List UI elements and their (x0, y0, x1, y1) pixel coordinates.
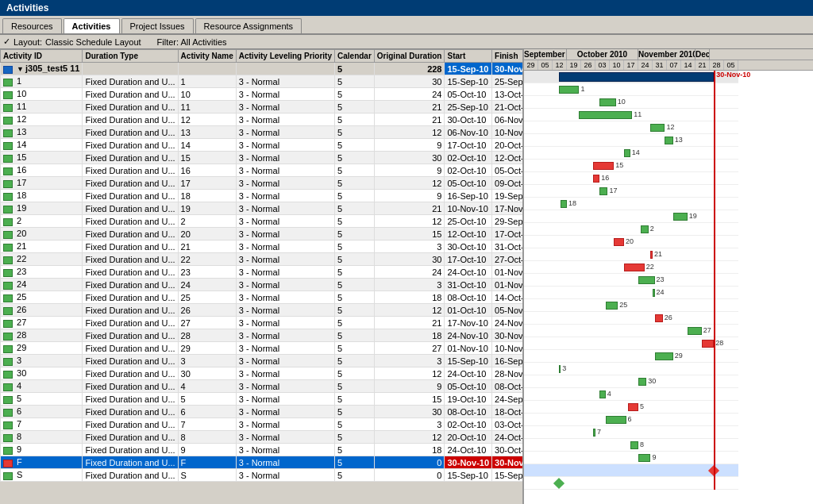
cell-finish: 05-Oct-10 (492, 164, 524, 177)
cell-duration-type: Fixed Duration and U... (83, 317, 178, 329)
cell-activity-name: 19 (178, 202, 236, 215)
tab-activities[interactable]: Activities (64, 18, 120, 33)
cell-calendar: 5 (335, 126, 375, 139)
table-row[interactable]: 3 Fixed Duration and U... 3 3 - Normal 5… (1, 355, 525, 367)
gantt-bar (606, 302, 618, 310)
cell-id: 21 (1, 240, 83, 253)
table-row[interactable]: 13 Fixed Duration and U... 13 3 - Normal… (1, 126, 525, 139)
table-row[interactable]: 11 Fixed Duration and U... 11 3 - Normal… (1, 101, 525, 113)
table-row[interactable]: 12 Fixed Duration and U... 12 3 - Normal… (1, 113, 525, 126)
cell-original-duration: 24 (374, 266, 445, 279)
col-duration-type[interactable]: Duration Type (83, 50, 178, 63)
gantt-bar (650, 124, 665, 132)
col-activity-name[interactable]: Activity Name (178, 50, 236, 63)
cell-start: 01-Oct-10 (445, 304, 492, 317)
cell-start: 08-Oct-10 (445, 406, 492, 418)
cell-activity-name: 6 (178, 406, 236, 418)
cell-finish: 08-Oct-10 (492, 380, 524, 393)
cell-finish: 21-Oct-10 (492, 101, 524, 113)
cell-id: 30 (1, 367, 83, 380)
table-row[interactable]: 28 Fixed Duration and U... 28 3 - Normal… (1, 329, 525, 342)
cell-duration-type: Fixed Duration and U... (83, 88, 178, 101)
col-activity-id[interactable]: Activity ID (1, 50, 83, 63)
table-row[interactable]: 18 Fixed Duration and U... 18 3 - Normal… (1, 190, 525, 202)
cell-start: 02-Oct-10 (445, 418, 492, 431)
gantt-bar (614, 238, 624, 246)
cell-start: 06-Nov-10 (445, 126, 492, 139)
gantt-bar-label: 19 (689, 212, 697, 220)
cell-priority: 3 - Normal (236, 253, 334, 266)
col-original-duration[interactable]: Original Duration (374, 50, 445, 63)
gantt-bar-label: 18 (568, 199, 576, 207)
cell-activity-name: 25 (178, 291, 236, 304)
cell-duration-type (83, 63, 178, 75)
cell-id: 19 (1, 202, 83, 215)
gantt-bar (655, 314, 663, 322)
cell-duration-type: Fixed Duration and U... (83, 367, 178, 380)
table-row[interactable]: 5 Fixed Duration and U... 5 3 - Normal 5… (1, 393, 525, 406)
cell-start: 30-Nov-10 (445, 456, 492, 469)
cell-original-duration: 3 (374, 418, 445, 431)
layout-selector[interactable]: ✓ Layout: Classic Schedule Layout (3, 37, 141, 47)
gantt-header: September 2010October 2010November 2010D… (524, 49, 813, 71)
table-row[interactable]: 24 Fixed Duration and U... 24 3 - Normal… (1, 279, 525, 291)
table-row[interactable]: 1 Fixed Duration and U... 1 3 - Normal 5… (1, 75, 525, 88)
cell-start: 25-Oct-10 (445, 215, 492, 228)
tab-resource-assignments[interactable]: Resource Assignments (195, 18, 302, 33)
col-priority[interactable]: Activity Leveling Priority (236, 50, 334, 63)
table-row[interactable]: 6 Fixed Duration and U... 6 3 - Normal 5… (1, 406, 525, 418)
gantt-bar (599, 187, 607, 195)
gantt-month-label: September 2010 (524, 49, 567, 60)
table-row[interactable]: 2 Fixed Duration and U... 2 3 - Normal 5… (1, 215, 525, 228)
table-row[interactable]: 4 Fixed Duration and U... 4 3 - Normal 5… (1, 380, 525, 393)
cell-start: 30-Oct-10 (445, 113, 492, 126)
gantt-row: 15 (524, 160, 738, 172)
tab-project-issues[interactable]: Project Issues (121, 18, 194, 33)
gantt-row: 30 (524, 375, 738, 388)
cell-original-duration: 15 (374, 393, 445, 406)
table-row[interactable]: 16 Fixed Duration and U... 16 3 - Normal… (1, 164, 525, 177)
col-start[interactable]: Start (445, 50, 492, 63)
gantt-bar-label: 25 (619, 301, 627, 309)
gantt-row: 7 (524, 426, 738, 439)
table-row[interactable]: 9 Fixed Duration and U... 9 3 - Normal 5… (1, 444, 525, 456)
cell-activity-name: 3 (178, 355, 236, 367)
cell-calendar: 5 (335, 291, 375, 304)
cell-priority: 3 - Normal (236, 469, 334, 482)
cell-finish: 09-Oct-10 (492, 177, 524, 190)
table-row[interactable]: 30 Fixed Duration and U... 30 3 - Normal… (1, 367, 525, 380)
cell-calendar: 5 (335, 253, 375, 266)
table-row[interactable]: 15 Fixed Duration and U... 15 3 - Normal… (1, 152, 525, 164)
table-row[interactable]: 17 Fixed Duration and U... 17 3 - Normal… (1, 177, 525, 190)
cell-id: 22 (1, 253, 83, 266)
col-calendar[interactable]: Calendar (335, 50, 375, 63)
gantt-bar (638, 378, 646, 386)
cell-original-duration: 12 (374, 431, 445, 444)
cell-duration-type: Fixed Duration and U... (83, 75, 178, 88)
table-row[interactable]: 20 Fixed Duration and U... 20 3 - Normal… (1, 228, 525, 240)
cell-id: 4 (1, 380, 83, 393)
gantt-row (524, 464, 738, 477)
table-row[interactable]: 14 Fixed Duration and U... 14 3 - Normal… (1, 139, 525, 152)
table-row[interactable]: 10 Fixed Duration and U... 10 3 - Normal… (1, 88, 525, 101)
table-row[interactable]: 21 Fixed Duration and U... 21 3 - Normal… (1, 240, 525, 253)
table-row[interactable]: F Fixed Duration and U... F 3 - Normal 5… (1, 456, 525, 469)
table-row[interactable]: 19 Fixed Duration and U... 19 3 - Normal… (1, 202, 525, 215)
table-row[interactable]: S Fixed Duration and U... S 3 - Normal 5… (1, 469, 525, 482)
tab-resources[interactable]: Resources (2, 18, 62, 33)
table-row[interactable]: 22 Fixed Duration and U... 22 3 - Normal… (1, 253, 525, 266)
table-row[interactable]: 29 Fixed Duration and U... 29 3 - Normal… (1, 342, 525, 355)
table-row[interactable]: 26 Fixed Duration and U... 26 3 - Normal… (1, 304, 525, 317)
gantt-chart-section[interactable]: September 2010October 2010November 2010D… (524, 49, 813, 504)
table-row[interactable]: ▼j305_test5 11 5 228 15-Sep-10 30-Nov-10 (1, 63, 525, 75)
cell-activity-name: 14 (178, 139, 236, 152)
table-row[interactable]: 27 Fixed Duration and U... 27 3 - Normal… (1, 317, 525, 329)
table-row[interactable]: 8 Fixed Duration and U... 8 3 - Normal 5… (1, 431, 525, 444)
activities-table-section[interactable]: Activity ID Duration Type Activity Name … (0, 49, 524, 504)
col-finish[interactable]: Finish (492, 50, 524, 63)
table-row[interactable]: 23 Fixed Duration and U... 23 3 - Normal… (1, 266, 525, 279)
layout-value[interactable]: Classic Schedule Layout (45, 37, 141, 47)
table-row[interactable]: 25 Fixed Duration and U... 25 3 - Normal… (1, 291, 525, 304)
table-row[interactable]: 7 Fixed Duration and U... 7 3 - Normal 5… (1, 418, 525, 431)
cell-original-duration: 12 (374, 126, 445, 139)
